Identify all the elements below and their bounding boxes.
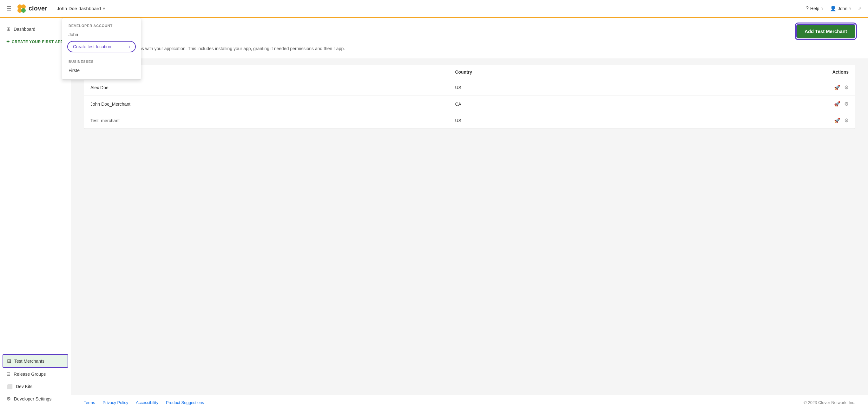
user-button[interactable]: 👤 John ∨	[830, 5, 851, 11]
table-body: Alex Doe US 🚀 ⚙ John Doe_Merchant CA 🚀 ⚙…	[84, 79, 855, 129]
user-icon: 👤	[830, 5, 836, 11]
merchant-actions: 🚀 ⚙	[654, 79, 855, 96]
description-text: simulate merchant interactions with your…	[84, 45, 855, 52]
svg-point-2	[18, 8, 22, 13]
svg-point-1	[21, 4, 26, 9]
table-row: Alex Doe US 🚀 ⚙	[84, 79, 855, 96]
footer-links: Terms Privacy Policy Accessibility Produ…	[84, 400, 204, 405]
content-description: simulate merchant interactions with your…	[71, 45, 868, 58]
table-header: Name Country Actions	[84, 65, 855, 79]
copyright-text: © 2023 Clover Network, Inc.	[804, 400, 855, 405]
dropdown-developer-name[interactable]: John	[62, 30, 141, 40]
hamburger-icon[interactable]: ☰	[6, 5, 11, 12]
dropdown-business-name[interactable]: Firste	[62, 65, 141, 76]
sidebar-item-release-groups[interactable]: ⊟ Release Groups	[0, 368, 71, 380]
privacy-link[interactable]: Privacy Policy	[102, 400, 128, 405]
test-merchants-label: Test Merchants	[14, 359, 44, 364]
user-label: John	[838, 6, 847, 11]
dashboard-label: John Doe dashboard	[57, 6, 101, 11]
dashboard-selector[interactable]: John Doe dashboard ▾	[54, 4, 108, 13]
clover-logo[interactable]: clover	[17, 3, 47, 13]
settings-icon[interactable]: ⚙	[844, 117, 849, 123]
account-dropdown: DEVELOPER ACCOUNT John Create test locat…	[62, 18, 141, 80]
merchant-country: CA	[448, 96, 654, 112]
merchant-name: John Doe_Merchant	[84, 96, 448, 112]
launch-icon[interactable]: 🚀	[834, 84, 840, 90]
test-merchants-icon: ⊞	[7, 358, 11, 364]
help-arrow-icon: ∨	[821, 6, 824, 10]
settings-icon[interactable]: ⚙	[844, 84, 849, 90]
logo-text: clover	[29, 5, 47, 12]
businesses-label: BUSINESSES	[62, 58, 141, 65]
dev-kits-label: Dev Kits	[16, 384, 32, 389]
add-test-merchant-button[interactable]: Add Test Merchant	[796, 24, 855, 38]
merchant-name: Alex Doe	[84, 79, 448, 96]
developer-account-label: DEVELOPER ACCOUNT	[62, 22, 141, 30]
sidebar: ⊞ Dashboard + CREATE YOUR FIRST APP ⊞ Te…	[0, 18, 71, 410]
sidebar-bottom: ⊞ Test Merchants ⊟ Release Groups ⬜ Dev …	[0, 354, 71, 405]
nav-right: ? Help ∨ 👤 John ∨ ↗	[806, 5, 862, 11]
accessibility-link[interactable]: Accessibility	[136, 400, 158, 405]
release-groups-label: Release Groups	[13, 372, 46, 377]
dev-kits-icon: ⬜	[6, 383, 13, 389]
settings-icon[interactable]: ⚙	[844, 101, 849, 107]
sidebar-item-dashboard[interactable]: ⊞ Dashboard	[0, 23, 71, 35]
top-nav: ☰ clover John Doe dashboard ▾ ? Help ∨ 👤…	[0, 0, 868, 18]
footer: Terms Privacy Policy Accessibility Produ…	[71, 395, 868, 410]
content-spacer	[71, 135, 868, 395]
help-label: Help	[810, 6, 819, 11]
terms-link[interactable]: Terms	[84, 400, 95, 405]
dev-settings-icon: ⚙	[6, 396, 11, 402]
table-header-row: Name Country Actions	[84, 65, 855, 79]
merchant-actions: 🚀 ⚙	[654, 96, 855, 112]
app-body: ⊞ Dashboard + CREATE YOUR FIRST APP ⊞ Te…	[0, 18, 868, 410]
merchant-name: Test_merchant	[84, 112, 448, 129]
dropdown-divider	[62, 55, 141, 55]
merchant-country: US	[448, 112, 654, 129]
merchants-table: Name Country Actions Alex Doe US 🚀 ⚙ Joh…	[84, 65, 855, 128]
merchant-country: US	[448, 79, 654, 96]
create-app-label: CREATE YOUR FIRST APP	[12, 40, 63, 44]
release-groups-icon: ⊟	[6, 371, 10, 377]
sidebar-create-app[interactable]: + CREATE YOUR FIRST APP	[0, 35, 71, 48]
create-test-location-button[interactable]: Create test location ›	[67, 41, 136, 52]
sidebar-dashboard-label: Dashboard	[13, 27, 35, 32]
create-test-label: Create test location	[73, 44, 111, 49]
sidebar-item-dev-settings[interactable]: ⚙ Developer Settings	[0, 392, 71, 405]
col-country: Country	[448, 65, 654, 79]
sidebar-item-dev-kits[interactable]: ⬜ Dev Kits	[0, 380, 71, 392]
svg-point-3	[21, 8, 26, 13]
content-header: ts Add Test Merchant	[71, 18, 868, 45]
sidebar-item-test-merchants[interactable]: ⊞ Test Merchants	[3, 354, 68, 368]
help-circle-icon: ?	[806, 6, 809, 11]
table-row: John Doe_Merchant CA 🚀 ⚙	[84, 96, 855, 112]
create-test-arrow: ›	[128, 44, 130, 49]
launch-icon[interactable]: 🚀	[834, 117, 840, 123]
merchant-actions: 🚀 ⚙	[654, 112, 855, 129]
main-content: ts Add Test Merchant simulate merchant i…	[71, 18, 868, 410]
user-arrow-icon: ∨	[849, 6, 851, 10]
merchants-table-container: Name Country Actions Alex Doe US 🚀 ⚙ Joh…	[84, 65, 855, 129]
suggestions-link[interactable]: Product Suggestions	[166, 400, 204, 405]
launch-icon[interactable]: 🚀	[834, 101, 840, 107]
table-row: Test_merchant US 🚀 ⚙	[84, 112, 855, 129]
svg-point-0	[18, 4, 22, 9]
external-link-icon: ↗	[858, 6, 862, 11]
dashboard-dropdown-arrow: ▾	[103, 6, 105, 11]
help-button[interactable]: ? Help ∨	[806, 6, 824, 11]
dev-settings-label: Developer Settings	[14, 397, 52, 402]
col-actions: Actions	[654, 65, 855, 79]
plus-icon: +	[6, 38, 10, 45]
dashboard-icon: ⊞	[6, 26, 10, 32]
